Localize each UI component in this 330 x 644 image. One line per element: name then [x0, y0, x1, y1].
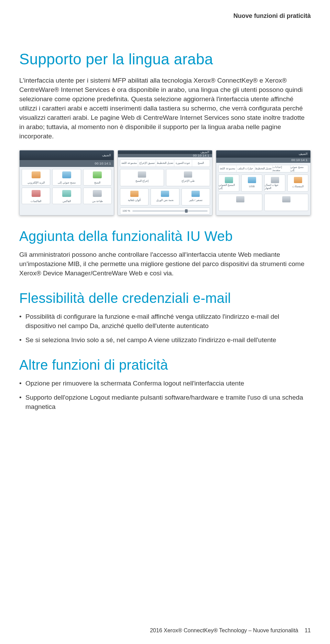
heading-arabic-support: Supporto per la lingua araba — [19, 51, 311, 68]
scan-tab-3: خيارات الملف — [236, 165, 254, 172]
scan-btn-dest-1 — [264, 194, 308, 211]
heading-email-creds: Flessibilità delle credenziali e-mail — [19, 291, 311, 306]
bullet-other-1: Supporto dell'opzione Logout mediante pu… — [19, 393, 311, 412]
section-header: Nuove funzioni di praticità — [19, 12, 311, 20]
bullet-email-1: Se si seleziona Invio solo a sé, nel cam… — [19, 336, 311, 345]
ss2-title: الضيف — [200, 150, 209, 154]
tile-print-from: طباعة من — [83, 188, 112, 204]
ss3-sub: 00:10:14:1 — [291, 158, 308, 162]
screenshot-copy: الضيف 00:10:14:1 النسخ جودة الصورة تعديل… — [118, 150, 212, 215]
scan-tab-1: إعدادات متقدمة — [272, 165, 290, 172]
copy-btn-r0-1: إخراج النسخ — [120, 169, 164, 186]
ss3-title: الضيف — [299, 152, 308, 156]
list-other: Opzione per rimuovere la schermata Confe… — [19, 379, 311, 412]
scan-btn-usb: USB — [241, 175, 262, 192]
screenshot-home: الضيف 00:10:14:1 النسخ مسح ضوئي إلى البر… — [19, 150, 114, 215]
copy-btn-r1-1: نغمة نص الورق — [151, 188, 179, 205]
tile-fax: الفاكس — [52, 188, 81, 204]
copy-tab-3: تنسيق الإخراج — [138, 160, 156, 167]
copy-btn-r2-0: ألوان تلقائية — [120, 188, 148, 205]
scan-tab-0: مسح ضوئي إلى — [290, 165, 308, 172]
scan-btn-contacts: جهات اتصال الجهاز — [264, 175, 285, 192]
ss2-sub: 00:10:14:1 — [193, 154, 209, 157]
body-arabic-support: L'interfaccia utente per i sistemi MFP a… — [19, 76, 311, 141]
screenshot-row: الضيف 00:10:14:1 النسخ مسح ضوئي إلى البر… — [19, 150, 311, 215]
tile-faxes: الفاكسات — [22, 188, 50, 204]
copy-tab-1: جودة الصورة — [174, 160, 192, 167]
scan-tab-4: مجموعة اللغة — [219, 165, 236, 172]
copy-tab-2: تعديل التخطيط — [156, 160, 174, 167]
scan-btn-favorites: المفضلات — [287, 175, 308, 192]
body-web-ui: Gli amministratori possono anche control… — [19, 250, 311, 278]
copy-tab-0: النسخ — [192, 160, 210, 167]
heading-other: Altre funzioni di praticità — [19, 357, 311, 373]
copy-zoom-slider: 100 % — [120, 208, 210, 214]
heading-web-ui: Aggiunta della funzionalità IU Web — [19, 229, 311, 244]
footer-text: 2016 Xerox® ConnectKey® Technology – Nuo… — [150, 627, 298, 633]
bullet-email-0: Possibilità di configurare la funzione e… — [19, 312, 311, 331]
page-number: 11 — [305, 627, 311, 633]
page-footer: 2016 Xerox® ConnectKey® Technology – Nuo… — [150, 627, 311, 634]
ss1-sub: 00:10:14:1 — [95, 162, 111, 165]
ss1-title: الضيف — [102, 154, 111, 157]
tile-copy: النسخ — [83, 169, 112, 186]
tile-scan-to: مسح ضوئي إلى — [52, 169, 81, 186]
copy-btn-r1-0: تصغير / تكبير — [182, 188, 210, 205]
bullet-other-0: Opzione per rimuovere la schermata Confe… — [19, 379, 311, 388]
copy-tab-4: مجموعة اللغة — [120, 160, 138, 167]
scan-btn-scan-to: المسح الضوئي إلى — [218, 175, 239, 192]
scan-tab-2: تعديل التخطيط — [254, 165, 272, 172]
tile-email: البريد الإلكتروني — [22, 169, 50, 186]
scan-btn-dest-2 — [218, 194, 262, 211]
copy-btn-r0-0: طي الإخراج — [166, 169, 210, 186]
screenshot-scan: الضيف 00:10:14:1 مسح ضوئي إلى إعدادات مت… — [216, 150, 311, 215]
list-email-creds: Possibilità di configurare la funzione e… — [19, 312, 311, 345]
